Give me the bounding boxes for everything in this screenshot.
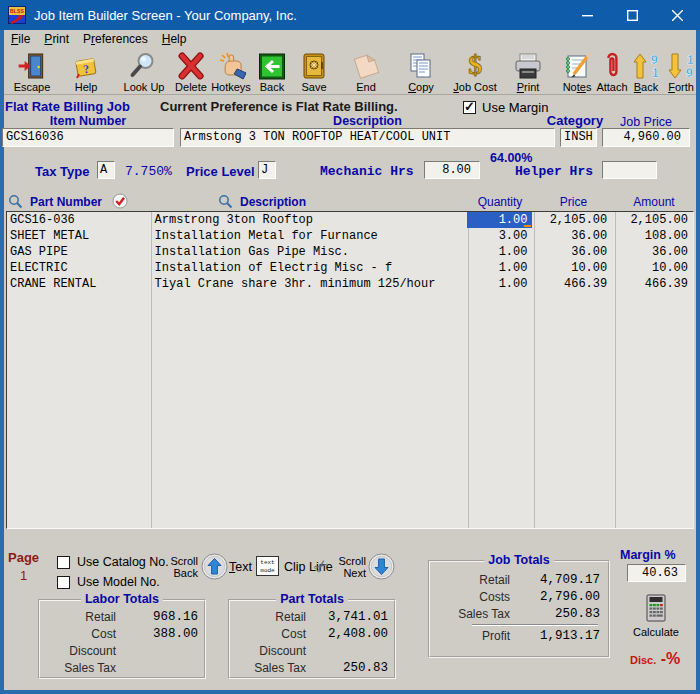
table-row[interactable]: ELECTRIC Installation of Electrig Misc -… xyxy=(7,260,693,276)
window-border-bottom xyxy=(0,690,700,694)
cell-part-number[interactable]: SHEET METAL xyxy=(7,228,151,244)
use-margin-checkbox-box[interactable] xyxy=(463,101,476,114)
margin-field[interactable]: 40.63 xyxy=(627,564,686,582)
cell-price[interactable]: 466.39 xyxy=(532,276,613,292)
parts-table-body[interactable]: GCS16-036 Armstrong 3ton Rooftop 1.00 2,… xyxy=(6,211,694,529)
job-profit-value: 1,913.17 xyxy=(510,628,600,645)
maximize-button[interactable] xyxy=(610,0,655,30)
delete-x-icon xyxy=(175,50,207,80)
cell-description[interactable]: Armstrong 3ton Rooftop xyxy=(151,212,467,228)
cell-amount[interactable]: 2,105.00 xyxy=(613,212,693,228)
disc-percent-symbol: -% xyxy=(661,650,681,667)
toolbar-button-back[interactable]: Back xyxy=(259,50,286,93)
cell-amount[interactable]: 36.00 xyxy=(613,244,693,260)
scroll-back-button[interactable] xyxy=(201,553,228,580)
labor-cost-value: 388.00 xyxy=(116,626,198,643)
part-sales-tax-value: 250.83 xyxy=(306,660,388,677)
window-title: Job Item Builder Screen - Your Company, … xyxy=(34,8,297,23)
cell-quantity[interactable]: 1.00 xyxy=(467,244,533,260)
toolbar-button-copy[interactable]: Copy xyxy=(407,50,435,93)
part-totals-panel: Part Totals Retail3,741.01 Cost2,408.00 … xyxy=(228,599,396,679)
toolbar-button-save[interactable]: Save xyxy=(300,50,328,93)
tax-type-label: Tax Type xyxy=(35,164,89,179)
toolbar-button-help[interactable]: ? Help xyxy=(72,50,100,93)
cell-price[interactable]: 10.00 xyxy=(532,260,613,276)
table-row[interactable]: CRANE RENTAL Tiyal Crane share 3hr. mini… xyxy=(7,276,693,292)
menu-preferences[interactable]: Preferences xyxy=(76,31,155,47)
printer-icon xyxy=(512,50,544,80)
scissors-icon[interactable]: ✂ xyxy=(309,554,333,578)
svg-text:1: 1 xyxy=(652,66,659,80)
window-border-right xyxy=(696,30,700,694)
cell-price[interactable]: 36.00 xyxy=(532,244,613,260)
dollar-icon: $ xyxy=(453,50,496,80)
part-number-header: Part Number xyxy=(30,195,102,209)
menu-help[interactable]: Help xyxy=(155,31,194,47)
cell-description[interactable]: Installation of Electrig Misc - f xyxy=(151,260,467,276)
cell-amount[interactable]: 466.39 xyxy=(613,276,693,292)
page-number: 1 xyxy=(20,568,27,583)
copy-documents-icon xyxy=(407,50,435,80)
text-button[interactable]: Text xyxy=(229,560,252,574)
toolbar-button-hotkeys[interactable]: Hotkeys xyxy=(211,50,251,93)
toolbar-button-attach[interactable]: Attach xyxy=(596,50,627,93)
item-number-label: Item Number xyxy=(2,114,174,128)
text-mode-icon[interactable]: textmode xyxy=(256,556,279,576)
notes-icon xyxy=(562,50,592,80)
cell-price[interactable]: 2,105.00 xyxy=(532,212,613,228)
close-button[interactable] xyxy=(655,0,700,30)
minimize-button[interactable] xyxy=(565,0,610,30)
cell-part-number[interactable]: ELECTRIC xyxy=(7,260,151,276)
job-costs-value: 2,796.00 xyxy=(510,589,600,606)
toolbar-button-delete[interactable]: Delete xyxy=(175,50,207,93)
table-row[interactable]: SHEET METAL Installation Metal for Furna… xyxy=(7,228,693,244)
cell-amount[interactable]: 108.00 xyxy=(613,228,693,244)
cell-amount[interactable]: 10.00 xyxy=(613,260,693,276)
scroll-next-button[interactable] xyxy=(368,553,395,580)
cell-quantity[interactable]: 1.00 xyxy=(467,260,533,276)
toolbar-button-print[interactable]: Print xyxy=(512,50,544,93)
item-number-field[interactable]: GCS16036 xyxy=(2,128,174,147)
cell-quantity-selected[interactable]: 1.00 xyxy=(467,212,533,228)
toolbar-button-escape[interactable]: Escape xyxy=(14,50,51,93)
table-row[interactable]: GAS PIPE Installation Gas Pipe Misc. 1.0… xyxy=(7,244,693,260)
cell-description[interactable]: Tiyal Crane share 3hr. minimum 125/hour xyxy=(151,276,467,292)
use-catalog-checkbox[interactable] xyxy=(57,555,70,573)
job-price-field[interactable]: 4,960.00 xyxy=(602,128,690,147)
calculate-button[interactable]: Calculate xyxy=(628,594,684,638)
cell-quantity[interactable]: 1.00 xyxy=(467,276,533,292)
description-field[interactable]: Armstong 3 TON ROOFTOP HEAT/COOL UNIT xyxy=(180,128,555,147)
cell-description[interactable]: Installation Gas Pipe Misc. xyxy=(151,244,467,260)
description-label: Description xyxy=(180,114,555,128)
discount-button[interactable]: Disc. -% xyxy=(630,650,680,668)
job-totals-panel: Job Totals Retail4,709.17 Costs2,796.00 … xyxy=(428,560,610,658)
cell-quantity[interactable]: 3.00 xyxy=(467,228,533,244)
tax-type-field[interactable]: A xyxy=(97,161,115,179)
menu-print[interactable]: Print xyxy=(37,31,76,47)
description-header: Description xyxy=(240,195,306,209)
toolbar-button-notes[interactable]: Notes xyxy=(562,50,592,93)
toolbar-button-end[interactable]: End xyxy=(351,50,381,93)
toolbar-button-forth[interactable]: 1 9 Forth xyxy=(667,50,695,93)
mechanic-hrs-field[interactable]: 8.00 xyxy=(424,161,480,179)
table-row[interactable]: GCS16-036 Armstrong 3ton Rooftop 1.00 2,… xyxy=(7,212,693,228)
cell-description[interactable]: Installation Metal for Furnance xyxy=(151,228,467,244)
cell-part-number[interactable]: GAS PIPE xyxy=(7,244,151,260)
toolbar-button-job-cost[interactable]: $ Job Cost xyxy=(453,50,496,93)
cell-part-number[interactable]: CRANE RENTAL xyxy=(7,276,151,292)
category-field[interactable]: INSH xyxy=(560,128,597,147)
helper-hrs-field[interactable] xyxy=(602,161,657,179)
price-level-field[interactable]: J xyxy=(258,161,276,179)
title-bar: BLSS Job Item Builder Screen - Your Comp… xyxy=(0,0,700,30)
margin-percent-readout: 64.00% xyxy=(490,151,532,165)
calculator-icon xyxy=(643,608,669,625)
tax-rate-value: 7.750% xyxy=(125,164,172,179)
use-model-checkbox[interactable] xyxy=(57,575,70,593)
validate-check-icon[interactable] xyxy=(112,193,128,213)
menu-file[interactable]: File xyxy=(4,31,37,47)
toolbar-button-back-record[interactable]: 9 1 Back xyxy=(632,50,660,93)
cell-price[interactable]: 36.00 xyxy=(532,228,613,244)
flat-rate-billing-label: Flat Rate Billing Job xyxy=(5,99,130,114)
cell-part-number[interactable]: GCS16-036 xyxy=(7,212,151,228)
toolbar-button-look-up[interactable]: Look Up xyxy=(124,50,165,93)
